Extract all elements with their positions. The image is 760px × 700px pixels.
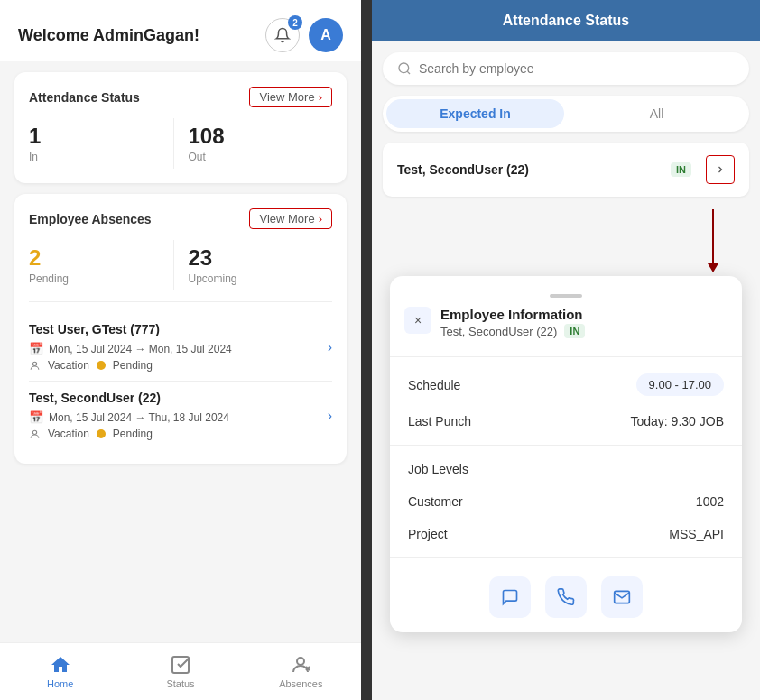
header-icons: 2 A bbox=[265, 18, 343, 52]
attendance-view-more-button[interactable]: View More › bbox=[249, 87, 332, 107]
absence-item: Test, SecondUser (22) 📅 Mon, 15 Jul 2024… bbox=[29, 381, 332, 449]
pending-label: Pending bbox=[29, 272, 173, 285]
nav-home-label: Home bbox=[47, 678, 73, 689]
tab-expected-in[interactable]: Expected In bbox=[386, 99, 564, 128]
status-dot bbox=[97, 361, 106, 370]
chevron-right-icon bbox=[715, 164, 726, 175]
schedule-field: Schedule 9.00 - 17.00 bbox=[390, 364, 742, 405]
chat-icon bbox=[501, 588, 519, 606]
notifications-button[interactable]: 2 bbox=[265, 18, 300, 52]
welcome-text: Welcome AdminGagan! bbox=[18, 26, 199, 45]
popup-subtitle: Test, SecondUser (22) IN bbox=[440, 324, 728, 338]
attendance-card-title: Attendance Status bbox=[29, 90, 140, 105]
last-punch-field: Last Punch Today: 9.30 JOB bbox=[390, 405, 742, 438]
nav-status[interactable]: Status bbox=[120, 643, 240, 700]
search-input[interactable] bbox=[419, 61, 735, 76]
popup-title: Employee Information bbox=[440, 307, 728, 322]
tab-all[interactable]: All bbox=[568, 99, 746, 128]
customer-field: Customer 1002 bbox=[390, 485, 742, 518]
in-stat: 1 In bbox=[29, 118, 173, 169]
pending-stat: 2 Pending bbox=[29, 240, 173, 290]
chat-action-button[interactable] bbox=[489, 576, 531, 618]
notification-badge: 2 bbox=[288, 15, 302, 30]
phone-icon bbox=[557, 588, 575, 606]
in-label: In bbox=[29, 151, 173, 163]
absences-view-more-arrow-icon: › bbox=[319, 212, 322, 226]
employee-name: Test, SecondUser (22) bbox=[397, 162, 529, 177]
absence-tags-2: Vacation Pending bbox=[29, 428, 328, 440]
popup-title-area: Employee Information Test, SecondUser (2… bbox=[440, 307, 728, 338]
person-icon bbox=[29, 360, 41, 372]
nav-absences[interactable]: Absences bbox=[241, 643, 361, 700]
status-dot-2 bbox=[97, 429, 106, 438]
popup-close-button[interactable]: × bbox=[404, 307, 431, 334]
project-field: Project MSS_API bbox=[390, 518, 742, 550]
absences-card-title: Employee Absences bbox=[29, 212, 152, 226]
upcoming-stat: 23 Upcoming bbox=[173, 240, 333, 290]
attendance-card-header: Attendance Status View More › bbox=[29, 87, 332, 107]
content-area: Attendance Status View More › 1 In 108 O… bbox=[0, 61, 361, 642]
absence-chevron-icon[interactable]: › bbox=[328, 339, 332, 355]
pending-value: 2 bbox=[29, 245, 173, 271]
employee-item-right: IN bbox=[671, 155, 735, 184]
view-more-arrow-icon: › bbox=[319, 90, 322, 104]
absence-row-2: Test, SecondUser (22) 📅 Mon, 15 Jul 2024… bbox=[29, 391, 332, 440]
popup-handle bbox=[390, 276, 742, 307]
job-levels-field: Job Levels bbox=[390, 453, 742, 485]
svg-rect-2 bbox=[172, 657, 189, 673]
absence-name: Test User, GTest (777) bbox=[29, 322, 328, 336]
out-value: 108 bbox=[189, 124, 333, 149]
tabs-row: Expected In All bbox=[383, 96, 749, 132]
absence-dates: 📅 Mon, 15 Jul 2024 → Mon, 15 Jul 2024 bbox=[29, 342, 328, 355]
right-header: Attendance Status bbox=[372, 0, 760, 41]
attendance-stats: 1 In 108 Out bbox=[29, 118, 332, 169]
svg-point-6 bbox=[399, 63, 409, 73]
employee-detail-button[interactable] bbox=[706, 155, 735, 184]
panel-separator bbox=[361, 0, 372, 700]
job-levels-label: Job Levels bbox=[408, 462, 468, 476]
attendance-card: Attendance Status View More › 1 In 108 O… bbox=[14, 72, 347, 183]
out-stat: 108 Out bbox=[173, 118, 333, 169]
project-value: MSS_API bbox=[669, 527, 724, 541]
out-label: Out bbox=[189, 151, 333, 163]
header: Welcome AdminGagan! 2 A bbox=[0, 0, 361, 61]
absence-chevron-icon-2[interactable]: › bbox=[328, 408, 332, 424]
customer-value: 1002 bbox=[696, 494, 724, 509]
calendar-icon: 📅 bbox=[29, 342, 43, 355]
absences-stats: 2 Pending 23 Upcoming bbox=[29, 240, 332, 290]
project-label: Project bbox=[408, 527, 448, 541]
left-panel: Welcome AdminGagan! 2 A Attendance Statu… bbox=[0, 0, 361, 700]
right-content: Expected In All Test, SecondUser (22) IN bbox=[372, 41, 760, 700]
popup-header: × Employee Information Test, SecondUser … bbox=[390, 307, 742, 349]
svg-point-0 bbox=[32, 362, 36, 365]
svg-point-1 bbox=[32, 430, 36, 434]
absence-row: Test User, GTest (777) 📅 Mon, 15 Jul 202… bbox=[29, 322, 332, 372]
schedule-value: 9.00 - 17.00 bbox=[636, 373, 724, 396]
absences-card: Employee Absences View More › 2 Pending … bbox=[14, 194, 347, 464]
last-punch-label: Last Punch bbox=[408, 414, 471, 428]
svg-point-3 bbox=[297, 658, 304, 665]
home-icon bbox=[50, 654, 71, 676]
absences-view-more-button[interactable]: View More › bbox=[249, 208, 332, 229]
connector-arrow bbox=[708, 209, 718, 272]
popup-status-badge: IN bbox=[564, 324, 585, 338]
absence-item: Test User, GTest (777) 📅 Mon, 15 Jul 202… bbox=[29, 313, 332, 381]
last-punch-value: Today: 9.30 JOB bbox=[630, 414, 724, 428]
absence-name-2: Test, SecondUser (22) bbox=[29, 391, 328, 405]
customer-label: Customer bbox=[408, 494, 463, 509]
absences-card-header: Employee Absences View More › bbox=[29, 208, 332, 229]
phone-action-button[interactable] bbox=[545, 576, 587, 618]
absence-tags: Vacation Pending bbox=[29, 359, 328, 372]
status-icon bbox=[170, 654, 191, 676]
upcoming-label: Upcoming bbox=[189, 272, 333, 285]
schedule-label: Schedule bbox=[408, 378, 460, 392]
nav-absences-label: Absences bbox=[279, 678, 322, 689]
email-action-button[interactable] bbox=[601, 576, 643, 618]
email-icon bbox=[613, 588, 631, 606]
right-panel-title: Attendance Status bbox=[503, 13, 629, 28]
nav-home[interactable]: Home bbox=[0, 643, 120, 700]
employee-in-badge: IN bbox=[671, 162, 691, 177]
absences-icon bbox=[290, 654, 311, 676]
avatar-button[interactable]: A bbox=[309, 18, 343, 52]
right-panel: Attendance Status Expected In All Test, … bbox=[372, 0, 760, 700]
